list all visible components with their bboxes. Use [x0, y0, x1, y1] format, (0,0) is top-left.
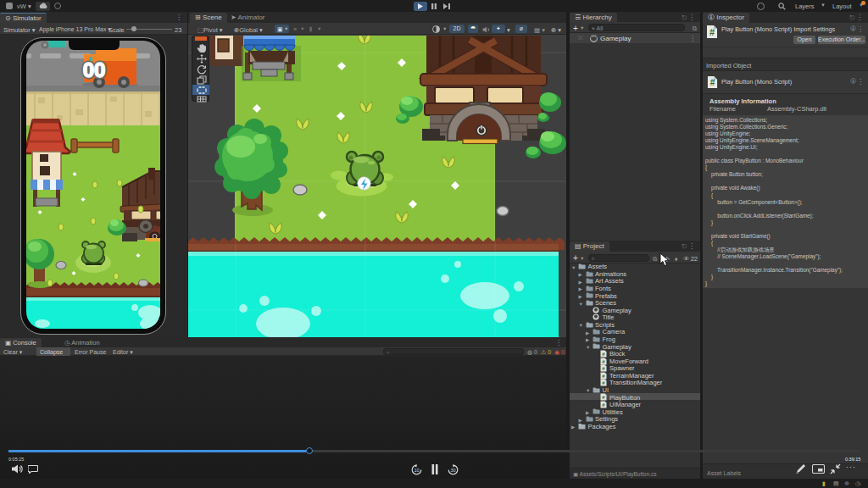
- svg-text:30: 30: [450, 468, 455, 473]
- svg-text:10: 10: [414, 468, 419, 473]
- svg-text:00: 00: [83, 58, 106, 81]
- svg-text:#: #: [710, 78, 715, 87]
- svg-text:#: #: [709, 27, 715, 37]
